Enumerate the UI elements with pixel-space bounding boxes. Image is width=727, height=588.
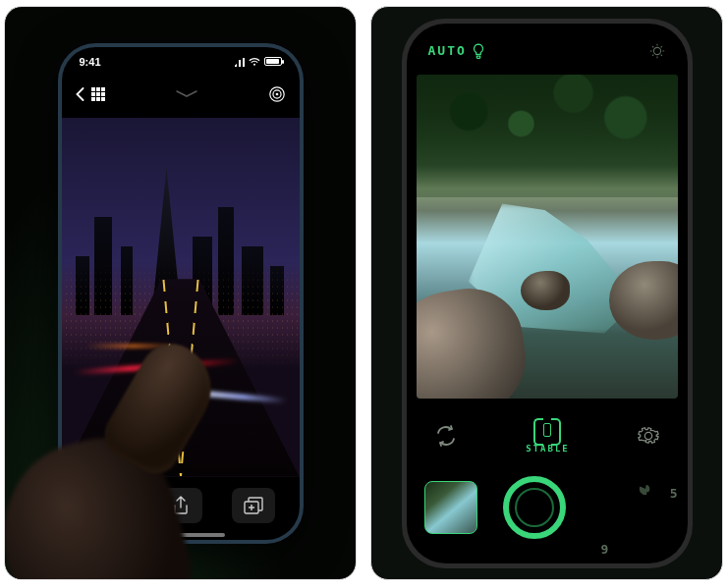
screenshot-left: 9:41 bbox=[4, 6, 357, 580]
export-button[interactable] bbox=[232, 488, 275, 523]
svg-rect-4 bbox=[96, 92, 100, 96]
back-icon[interactable] bbox=[76, 87, 84, 101]
svg-rect-3 bbox=[91, 92, 95, 96]
photo-content[interactable] bbox=[62, 118, 300, 477]
share-button[interactable] bbox=[159, 488, 202, 523]
camera-viewfinder[interactable] bbox=[417, 75, 678, 399]
target-icon[interactable] bbox=[268, 85, 286, 103]
gear-icon[interactable] bbox=[638, 425, 659, 447]
battery-icon bbox=[264, 57, 282, 66]
mode-label[interactable]: AUTO bbox=[428, 43, 467, 58]
stabilize-icon bbox=[533, 418, 561, 442]
svg-rect-5 bbox=[101, 92, 105, 96]
gallery-thumbnail[interactable] bbox=[424, 481, 477, 534]
photo-viewer-toolbar bbox=[62, 481, 300, 530]
photo-viewer-header bbox=[62, 79, 300, 110]
camera-mid-toolbar: STABLE bbox=[407, 408, 688, 463]
stabilize-button[interactable]: STABLE bbox=[526, 418, 570, 454]
svg-point-13 bbox=[653, 47, 660, 54]
svg-rect-1 bbox=[96, 87, 100, 91]
phone-frame-right: AUTO bbox=[402, 19, 693, 568]
wifi-icon bbox=[248, 57, 261, 67]
camera-bottom-bar: 5 9 bbox=[407, 463, 688, 552]
notch bbox=[478, 24, 616, 49]
exposure-dial[interactable]: 5 9 bbox=[607, 482, 686, 561]
status-time: 9:41 bbox=[80, 56, 101, 68]
grid-icon[interactable] bbox=[90, 86, 106, 102]
svg-rect-0 bbox=[91, 87, 95, 91]
switch-camera-icon[interactable] bbox=[434, 425, 458, 447]
svg-rect-7 bbox=[96, 97, 100, 101]
dial-mark-5: 5 bbox=[670, 486, 678, 501]
svg-rect-6 bbox=[91, 97, 95, 101]
shutter-button[interactable] bbox=[503, 476, 566, 539]
chevron-down-icon[interactable] bbox=[175, 90, 198, 98]
brightness-icon[interactable] bbox=[648, 42, 666, 60]
dial-mark-9: 9 bbox=[601, 542, 609, 557]
notch bbox=[122, 47, 240, 69]
favorite-button[interactable] bbox=[86, 488, 130, 523]
phone-frame-left: 9:41 bbox=[58, 43, 304, 544]
svg-point-11 bbox=[275, 92, 278, 95]
home-indicator[interactable] bbox=[137, 533, 225, 537]
svg-rect-8 bbox=[101, 97, 105, 101]
svg-rect-2 bbox=[101, 87, 105, 91]
screenshot-right: AUTO bbox=[370, 6, 723, 580]
stabilize-label: STABLE bbox=[526, 444, 570, 454]
